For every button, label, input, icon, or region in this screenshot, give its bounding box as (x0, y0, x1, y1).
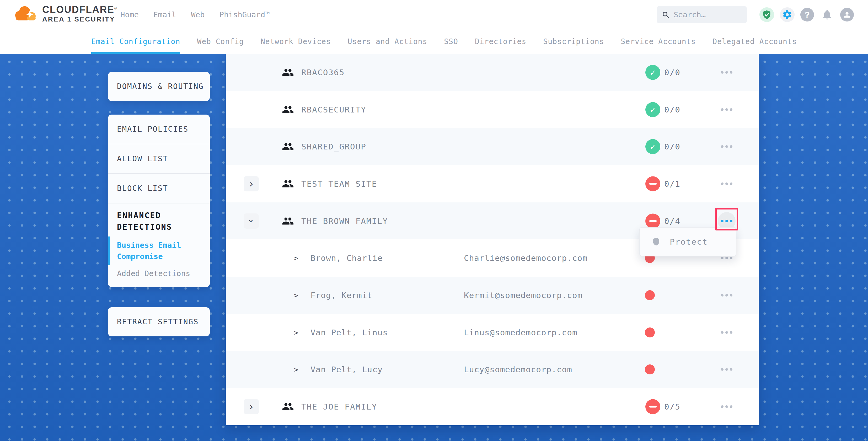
member-email: Lucy@somedemocorp.com (464, 365, 572, 374)
protection-count: 0/4 (664, 216, 681, 226)
sidebar-card-3: RETRACT SETTINGS (108, 307, 210, 336)
member-status-dot (645, 327, 655, 338)
row-menu-button[interactable] (718, 398, 736, 416)
status-protected-badge: ✓ (645, 65, 660, 80)
member-row: >Van Pelt, LinusLinus@somedemocorp.com (226, 314, 758, 351)
tab-users-and-actions[interactable]: Users and Actions (348, 29, 428, 54)
member-email: Kermit@somedemocorp.com (464, 290, 582, 300)
secondary-nav: Email ConfigurationWeb ConfigNetwork Dev… (0, 29, 868, 54)
tab-delegated-accounts[interactable]: Delegated Accounts (712, 29, 797, 54)
cloudflare-logo[interactable]: CLOUDFLARE® AREA 1 SECURITY (14, 3, 117, 23)
tab-service-accounts[interactable]: Service Accounts (621, 29, 696, 54)
tab-email-configuration[interactable]: Email Configuration (91, 29, 180, 54)
row-context-menu: Protect (639, 227, 736, 256)
tab-sso[interactable]: SSO (444, 29, 458, 54)
group-row: RBACO365✓0/0 (226, 54, 758, 91)
notifications-bell-icon[interactable] (820, 7, 834, 22)
sidebar-item-email-policies[interactable]: EMAIL POLICIES (108, 115, 210, 144)
account-avatar-icon[interactable] (840, 8, 854, 22)
cloudflare-cloud-icon (14, 4, 36, 22)
shield-check-icon[interactable] (760, 7, 774, 22)
search-input[interactable] (673, 10, 744, 20)
status-unprotected-badge (645, 176, 660, 191)
sidebar-item-allow-list[interactable]: ALLOW LIST (108, 144, 210, 173)
sidebar-item-enhanced-detections[interactable]: ENHANCED DETECTIONS (108, 203, 196, 237)
sidebar-item-domains-routing[interactable]: DOMAINS & ROUTING (108, 72, 210, 101)
tab-network-devices[interactable]: Network Devices (261, 29, 331, 54)
member-status-dot (645, 290, 655, 300)
protect-menu-item[interactable]: Protect (670, 237, 708, 247)
row-menu-button[interactable] (718, 101, 736, 119)
member-status-dot (645, 365, 655, 374)
group-people-icon (282, 66, 294, 78)
settings-gear-icon[interactable] (780, 7, 795, 22)
status-protected-badge: ✓ (645, 139, 660, 154)
group-row: RBACSECURITY✓0/0 (226, 91, 758, 128)
member-chevron-icon[interactable]: > (294, 328, 298, 336)
sidebar-item-retract-settings[interactable]: RETRACT SETTINGS (108, 307, 210, 336)
status-unprotected-badge (645, 399, 660, 414)
header-icons: ? (760, 7, 854, 22)
member-row: >Frog, KermitKermit@somedemocorp.com (226, 277, 758, 314)
chevron-down-icon: › (246, 218, 256, 224)
member-email: Linus@somedemocorp.com (464, 328, 578, 337)
check-icon: ✓ (650, 68, 656, 76)
member-name: Frog, Kermit (310, 290, 372, 300)
row-menu-button[interactable] (718, 63, 736, 81)
check-icon: ✓ (650, 143, 656, 151)
group-people-icon (282, 401, 294, 413)
sidebar-item-business-email-compromise[interactable]: Business Email Compromise (108, 237, 188, 265)
member-name: Van Pelt, Lucy (310, 365, 382, 374)
nav-item-email[interactable]: Email (153, 10, 176, 19)
minus-icon (649, 183, 657, 185)
check-icon: ✓ (650, 105, 656, 114)
sidebar-card-1: DOMAINS & ROUTING (108, 72, 210, 101)
tab-web-config[interactable]: Web Config (197, 29, 244, 54)
row-menu-button[interactable] (718, 175, 736, 193)
row-menu-button[interactable] (718, 138, 736, 155)
screen: CLOUDFLARE® AREA 1 SECURITY HomeEmailWeb… (0, 0, 868, 441)
group-name: TEST TEAM SITE (301, 179, 377, 189)
member-chevron-icon[interactable]: > (294, 254, 298, 262)
group-people-icon (282, 103, 294, 116)
collapse-button[interactable]: › (244, 213, 259, 229)
status-protected-badge: ✓ (645, 102, 660, 117)
group-people-icon (282, 140, 294, 153)
tab-directories[interactable]: Directories (475, 29, 526, 54)
nav-item-phishguard[interactable]: PhishGuard™ (219, 10, 270, 19)
group-row: ›TEST TEAM SITE0/1 (226, 165, 758, 202)
row-menu-button[interactable] (718, 323, 736, 341)
nav-item-home[interactable]: Home (120, 10, 139, 19)
sidebar-item-block-list[interactable]: BLOCK LIST (108, 174, 210, 203)
protection-count: 0/1 (664, 179, 681, 189)
search-box[interactable] (657, 6, 747, 23)
expand-button[interactable]: › (244, 399, 259, 414)
primary-nav: HomeEmailWebPhishGuard™ (120, 0, 270, 29)
member-chevron-icon[interactable]: > (294, 291, 298, 299)
member-chevron-icon[interactable]: > (294, 366, 298, 374)
row-menu-button[interactable] (718, 286, 736, 304)
chevron-right-icon: › (248, 179, 254, 189)
logo-subtitle: AREA 1 SECURITY (42, 15, 117, 23)
help-icon[interactable]: ? (800, 8, 814, 22)
search-icon (662, 10, 670, 19)
shield-icon (651, 237, 661, 247)
expand-button[interactable]: › (244, 176, 259, 191)
row-menu-button[interactable] (718, 360, 736, 378)
minus-icon (649, 406, 657, 408)
protection-count: 0/0 (664, 105, 681, 114)
app-header: CLOUDFLARE® AREA 1 SECURITY HomeEmailWeb… (0, 0, 868, 29)
group-people-icon (282, 215, 294, 227)
tab-subscriptions[interactable]: Subscriptions (543, 29, 604, 54)
annotation-highlight-box (715, 208, 738, 230)
group-name: SHARED_GROUP (301, 142, 366, 151)
nav-item-web[interactable]: Web (191, 10, 205, 19)
member-name: Brown, Charlie (310, 253, 382, 263)
chevron-right-icon: › (248, 402, 254, 412)
protection-count: 0/5 (664, 402, 681, 411)
protection-count: 0/0 (664, 142, 681, 151)
group-name: RBACSECURITY (301, 105, 366, 114)
top-white-block: CLOUDFLARE® AREA 1 SECURITY HomeEmailWeb… (0, 0, 868, 54)
group-row: SHARED_GROUP✓0/0 (226, 128, 758, 165)
sidebar-item-added-detections[interactable]: Added Detections (108, 265, 210, 287)
